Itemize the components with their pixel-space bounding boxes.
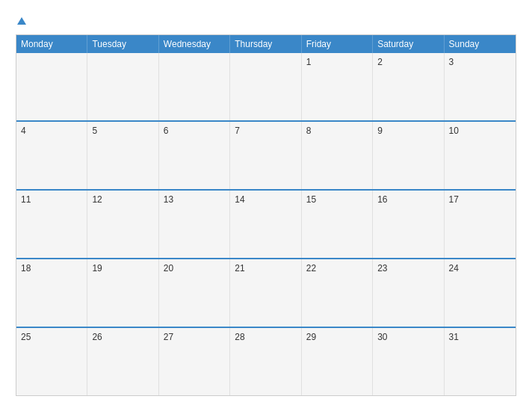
day-cell: 3 [445, 53, 516, 120]
day-cell: 10 [445, 122, 516, 189]
day-cell: 23 [373, 259, 444, 327]
day-number: 12 [92, 194, 102, 205]
day-header-monday: Monday [16, 35, 87, 53]
day-number: 28 [235, 332, 244, 342]
day-number: 4 [21, 126, 26, 136]
day-cell: 11 [16, 191, 87, 258]
day-cell: 29 [302, 328, 373, 395]
day-number: 24 [449, 263, 459, 274]
day-number: 10 [449, 126, 459, 136]
day-number: 5 [92, 126, 97, 136]
week-row-0: 123 [16, 53, 516, 120]
day-number: 9 [377, 126, 383, 136]
day-cell: 19 [87, 259, 158, 327]
day-cell: 14 [230, 191, 301, 258]
weeks-container: 1234567891011121314151617181920212223242… [16, 53, 516, 395]
day-number: 30 [377, 332, 387, 342]
day-header-wednesday: Wednesday [159, 35, 230, 53]
day-cell [16, 53, 87, 120]
logo [16, 15, 26, 27]
day-headers-row: MondayTuesdayWednesdayThursdayFridaySatu… [16, 35, 516, 53]
day-number: 16 [377, 194, 387, 205]
week-row-4: 25262728293031 [16, 327, 516, 395]
day-number: 7 [235, 126, 240, 136]
day-number: 15 [306, 194, 316, 205]
day-number: 19 [92, 263, 102, 274]
day-cell: 8 [302, 122, 373, 189]
day-cell: 24 [445, 259, 516, 327]
logo-triangle-icon [17, 17, 26, 25]
day-number: 1 [306, 57, 312, 67]
day-cell: 20 [159, 259, 230, 327]
week-row-1: 45678910 [16, 120, 516, 189]
day-cell: 31 [445, 328, 516, 395]
day-cell: 16 [373, 191, 444, 258]
day-number: 13 [164, 194, 173, 205]
calendar-page: MondayTuesdayWednesdayThursdayFridaySatu… [4, 7, 528, 404]
day-number: 3 [449, 57, 454, 67]
day-cell: 4 [16, 122, 87, 189]
day-cell: 18 [16, 259, 87, 327]
logo-general-text [16, 15, 26, 27]
day-cell: 15 [302, 191, 373, 258]
day-cell: 5 [87, 122, 158, 189]
day-header-tuesday: Tuesday [87, 35, 158, 53]
day-cell: 30 [373, 328, 444, 395]
day-number: 23 [377, 263, 387, 274]
day-cell [230, 53, 301, 120]
day-header-thursday: Thursday [230, 35, 301, 53]
day-number: 25 [21, 332, 31, 342]
day-cell: 28 [230, 328, 301, 395]
day-cell: 1 [302, 53, 373, 120]
day-header-friday: Friday [302, 35, 373, 53]
day-cell: 13 [159, 191, 230, 258]
day-header-saturday: Saturday [373, 35, 444, 53]
day-cell [87, 53, 158, 120]
day-number: 20 [164, 263, 173, 274]
day-cell: 17 [445, 191, 516, 258]
day-number: 17 [449, 194, 459, 205]
day-cell: 26 [87, 328, 158, 395]
day-cell: 7 [230, 122, 301, 189]
day-number: 31 [449, 332, 459, 342]
week-row-2: 11121314151617 [16, 189, 516, 258]
day-number: 14 [235, 194, 244, 205]
day-number: 26 [92, 332, 102, 342]
day-cell: 25 [16, 328, 87, 395]
day-number: 2 [377, 57, 383, 67]
day-cell: 6 [159, 122, 230, 189]
day-number: 27 [164, 332, 173, 342]
day-cell: 27 [159, 328, 230, 395]
day-number: 21 [235, 263, 244, 274]
calendar-grid: MondayTuesdayWednesdayThursdayFridaySatu… [16, 34, 516, 396]
week-row-3: 18192021222324 [16, 258, 516, 327]
day-number: 6 [164, 126, 169, 136]
day-number: 29 [306, 332, 316, 342]
day-number: 8 [306, 126, 312, 136]
day-number: 11 [21, 194, 31, 205]
day-cell: 9 [373, 122, 444, 189]
day-number: 18 [21, 263, 31, 274]
day-cell: 21 [230, 259, 301, 327]
day-cell: 2 [373, 53, 444, 120]
day-cell: 12 [87, 191, 158, 258]
day-cell [159, 53, 230, 120]
day-number: 22 [306, 263, 316, 274]
day-cell: 22 [302, 259, 373, 327]
header [16, 15, 516, 27]
day-header-sunday: Sunday [445, 35, 516, 53]
